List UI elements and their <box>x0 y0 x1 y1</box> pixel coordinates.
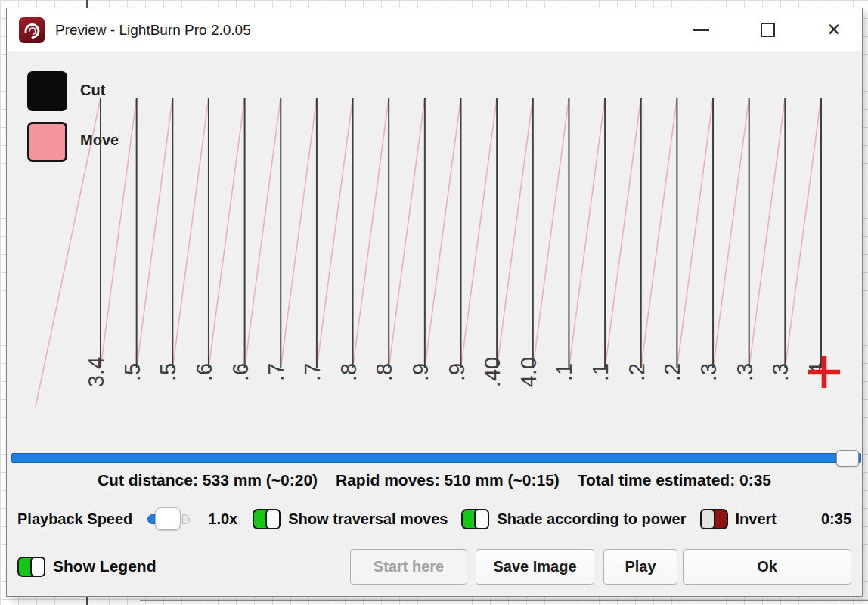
play-button[interactable]: Play <box>603 549 677 585</box>
cut-distance-stat: Cut distance: 533 mm (~0:20) <box>98 471 318 489</box>
minimize-icon <box>693 29 709 31</box>
preview-label: .5 <box>156 363 180 381</box>
legend-item-cut: Cut <box>27 71 67 111</box>
progress-slider-handle[interactable] <box>836 450 859 467</box>
preview-canvas[interactable]: 3.4.5.5.6.6.7.7.8.8.9.9.404.0.1.1.2.2.3.… <box>7 51 863 453</box>
start-here-button: Start here <box>350 549 467 585</box>
preview-label: .3 <box>696 363 721 381</box>
invert-label: Invert <box>736 510 777 528</box>
preview-label: .40 <box>480 357 504 387</box>
preview-label: .1 <box>588 363 612 381</box>
preview-label: .2 <box>660 363 684 381</box>
preview-label: .1 <box>552 363 576 381</box>
move-color-swatch <box>27 122 67 162</box>
legend-label: Cut <box>80 82 105 99</box>
stats-line: Cut distance: 533 mm (~0:20) Rapid moves… <box>7 471 862 489</box>
total-time-stat: Total time estimated: 0:35 <box>578 471 771 489</box>
preview-label: .3 <box>733 363 757 381</box>
preview-label: .6 <box>228 363 253 381</box>
playback-speed-label: Playback Speed <box>17 510 132 528</box>
toggle-knob <box>700 509 715 529</box>
preview-dialog: Preview - LightBurn Pro 2.0.05 ✕ 3.4.5.5… <box>6 8 863 597</box>
invert-toggle[interactable] <box>700 509 728 529</box>
maximize-icon <box>761 23 775 37</box>
footer-bar: Show Legend Start hereSave ImagePlayOk <box>7 548 862 585</box>
close-button[interactable]: ✕ <box>817 15 851 45</box>
preview-label: .6 <box>192 363 216 381</box>
shade-according-to-power-toggle[interactable] <box>461 509 489 529</box>
show-traversal-moves-label: Show traversal moves <box>288 510 448 528</box>
maximize-button[interactable] <box>750 15 785 45</box>
dialog-buttons: Start hereSave ImagePlayOk <box>350 549 851 585</box>
rapid-moves-stat: Rapid moves: 510 mm (~0:15) <box>336 471 560 489</box>
cut-lines <box>101 98 821 368</box>
workspace-ruler-line <box>140 600 868 601</box>
preview-label: .2 <box>625 363 649 381</box>
power-scale-labels: 3.4.5.5.6.6.7.7.8.8.9.9.404.0.1.1.2.2.3.… <box>84 357 829 387</box>
window-title: Preview - LightBurn Pro 2.0.05 <box>55 22 251 39</box>
cut-color-swatch <box>27 71 67 111</box>
preview-label: .8 <box>336 363 361 381</box>
show-traversal-moves-toggle[interactable] <box>253 509 281 529</box>
title-bar[interactable]: Preview - LightBurn Pro 2.0.05 ✕ <box>7 8 862 51</box>
preview-label: .9 <box>445 363 469 381</box>
lightburn-logo-icon <box>19 17 45 43</box>
preview-label: .7 <box>300 363 324 381</box>
preview-label: .9 <box>408 363 432 381</box>
preview-label: .3 <box>768 363 792 381</box>
preview-label: .7 <box>264 363 288 381</box>
speed-slider-track-empty <box>182 514 190 524</box>
show-legend-toggle[interactable] <box>17 557 45 577</box>
playback-speed-slider[interactable] <box>147 507 190 530</box>
ok-button[interactable]: Ok <box>683 549 851 585</box>
toggle-knob <box>30 557 45 577</box>
minimize-button[interactable] <box>684 15 718 45</box>
playback-speed-value: 1.0x <box>208 510 237 528</box>
legend-item-move: Move <box>27 122 67 162</box>
legend-label: Move <box>80 132 119 149</box>
shade-according-to-power-label: Shade according to power <box>497 510 686 528</box>
move-lines <box>36 98 821 407</box>
show-legend-label: Show Legend <box>53 557 157 576</box>
playback-controls: Playback Speed 1.0x Show traversal moves… <box>7 501 862 536</box>
preview-label: .8 <box>372 363 396 381</box>
preview-progress-slider[interactable] <box>11 453 861 463</box>
save-image-button[interactable]: Save Image <box>476 549 594 585</box>
elapsed-time: 0:35 <box>821 510 851 528</box>
toggle-knob <box>474 509 489 529</box>
laser-position-marker-icon <box>808 356 840 388</box>
speed-slider-handle[interactable] <box>155 507 181 530</box>
toggle-knob <box>265 509 281 529</box>
preview-label: .5 <box>120 363 144 381</box>
preview-label: 4.0 <box>516 357 541 387</box>
preview-label: 3.4 <box>84 357 108 387</box>
close-icon: ✕ <box>826 21 841 39</box>
